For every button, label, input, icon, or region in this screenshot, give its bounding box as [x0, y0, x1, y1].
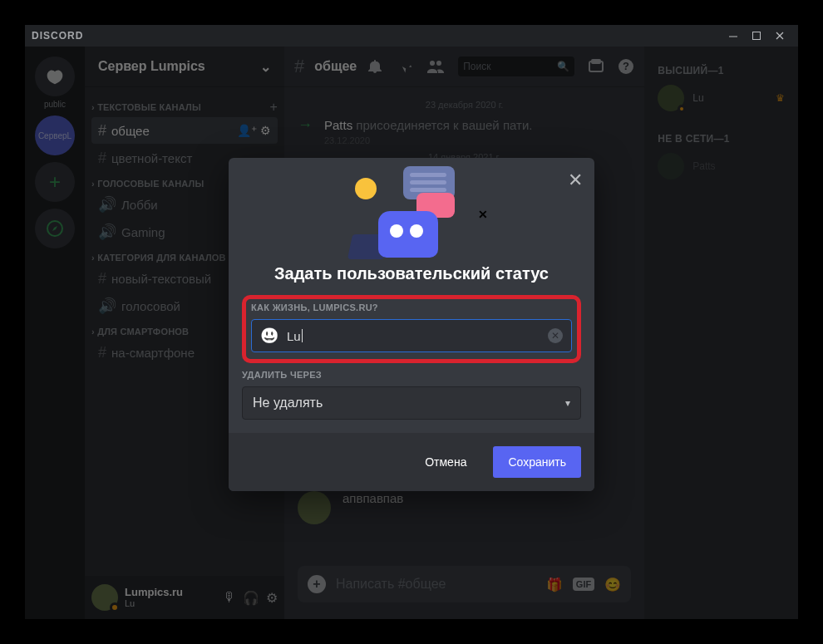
save-button[interactable]: Сохранить — [493, 446, 581, 478]
window-maximize-button[interactable] — [745, 31, 768, 41]
modal-illustration: ✕ ✕ — [229, 158, 594, 258]
custom-status-modal: ✕ ✕ Задать пользовательский статус КАК Ж… — [229, 158, 594, 491]
custom-status-input[interactable]: 😃 Lu ✕ — [251, 319, 572, 352]
modal-footer: Отмена Сохранить — [229, 433, 594, 491]
app-logo: DISCORD — [32, 30, 83, 42]
emoji-picker-icon[interactable]: 😃 — [260, 327, 278, 345]
cancel-button[interactable]: Отмена — [410, 446, 481, 478]
status-text-field[interactable]: Lu — [287, 329, 540, 343]
status-question-label: КАК ЖИЗНЬ, LUMPICS.RU? — [251, 302, 572, 312]
clear-after-select[interactable]: Не удалять ▾ — [242, 386, 581, 420]
highlighted-region: КАК ЖИЗНЬ, LUMPICS.RU? 😃 Lu ✕ — [242, 295, 581, 363]
chevron-down-icon: ▾ — [565, 397, 570, 409]
window-minimize-button[interactable] — [722, 31, 745, 41]
app-window: DISCORD public СерверL + Сервер Lumpics … — [25, 25, 798, 619]
modal-close-button[interactable]: ✕ — [568, 170, 583, 191]
titlebar: DISCORD — [25, 25, 798, 47]
modal-title: Задать пользовательский статус — [229, 258, 594, 295]
window-close-button[interactable] — [768, 31, 791, 41]
clear-after-label: УДАЛИТЬ ЧЕРЕЗ — [242, 370, 581, 380]
svg-rect-1 — [753, 32, 761, 40]
clear-status-button[interactable]: ✕ — [548, 328, 563, 343]
